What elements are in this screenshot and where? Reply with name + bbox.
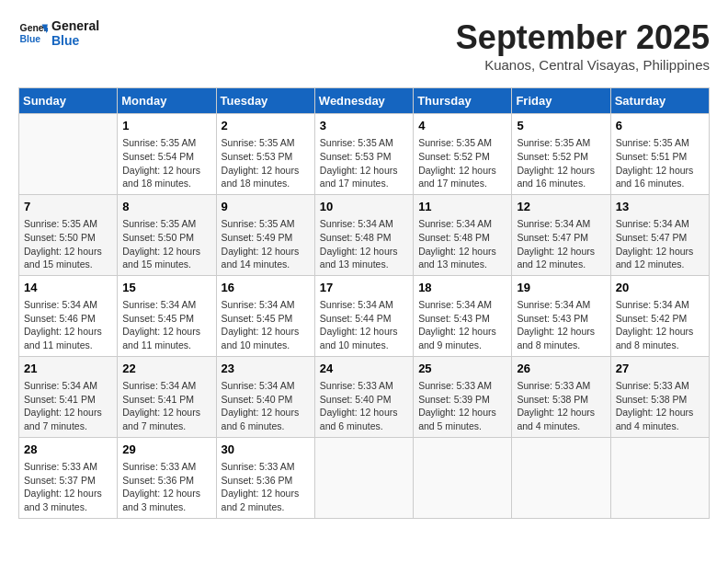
calendar-cell: 30Sunrise: 5:33 AMSunset: 5:36 PMDayligh… [216, 437, 314, 518]
day-number: 13 [616, 199, 704, 215]
cell-info: Sunrise: 5:33 AMSunset: 5:37 PMDaylight:… [24, 460, 112, 514]
day-number: 21 [24, 361, 112, 377]
day-number: 26 [517, 361, 605, 377]
cell-info: Sunrise: 5:33 AMSunset: 5:38 PMDaylight:… [517, 379, 605, 433]
calendar-cell: 6Sunrise: 5:35 AMSunset: 5:51 PMDaylight… [610, 114, 709, 195]
calendar-cell: 29Sunrise: 5:33 AMSunset: 5:36 PMDayligh… [118, 437, 216, 518]
day-number: 28 [24, 442, 112, 458]
calendar-header-cell: Monday [118, 88, 216, 114]
day-number: 18 [418, 280, 506, 296]
svg-text:Blue: Blue [20, 34, 41, 44]
calendar-header-row: SundayMondayTuesdayWednesdayThursdayFrid… [19, 88, 710, 114]
calendar-cell [19, 114, 118, 195]
cell-info: Sunrise: 5:34 AMSunset: 5:43 PMDaylight:… [418, 298, 506, 352]
day-number: 15 [122, 280, 210, 296]
day-number: 30 [222, 442, 310, 458]
cell-info: Sunrise: 5:34 AMSunset: 5:48 PMDaylight:… [418, 217, 506, 271]
day-number: 22 [122, 361, 210, 377]
day-number: 17 [320, 280, 408, 296]
cell-info: Sunrise: 5:33 AMSunset: 5:40 PMDaylight:… [320, 379, 408, 433]
day-number: 6 [616, 118, 704, 134]
logo: General Blue General Blue [18, 18, 99, 48]
day-number: 12 [517, 199, 605, 215]
page-header: General Blue General Blue September 2025… [18, 18, 710, 73]
calendar-header-cell: Sunday [19, 88, 118, 114]
calendar-cell: 2Sunrise: 5:35 AMSunset: 5:53 PMDaylight… [216, 114, 314, 195]
day-number: 2 [222, 118, 310, 134]
cell-info: Sunrise: 5:33 AMSunset: 5:39 PMDaylight:… [418, 379, 506, 433]
calendar-header-cell: Thursday [414, 88, 512, 114]
calendar-cell: 14Sunrise: 5:34 AMSunset: 5:46 PMDayligh… [19, 275, 118, 356]
cell-info: Sunrise: 5:34 AMSunset: 5:46 PMDaylight:… [24, 298, 112, 352]
day-number: 24 [320, 361, 408, 377]
cell-info: Sunrise: 5:33 AMSunset: 5:38 PMDaylight:… [616, 379, 704, 433]
calendar-cell: 9Sunrise: 5:35 AMSunset: 5:49 PMDaylight… [216, 194, 314, 275]
day-number: 23 [222, 361, 310, 377]
cell-info: Sunrise: 5:34 AMSunset: 5:41 PMDaylight:… [122, 379, 210, 433]
calendar-header-cell: Wednesday [314, 88, 413, 114]
day-number: 11 [418, 199, 506, 215]
calendar-cell: 27Sunrise: 5:33 AMSunset: 5:38 PMDayligh… [610, 356, 709, 437]
calendar-cell: 23Sunrise: 5:34 AMSunset: 5:40 PMDayligh… [216, 356, 314, 437]
cell-info: Sunrise: 5:35 AMSunset: 5:49 PMDaylight:… [222, 217, 310, 271]
calendar-week-row: 1Sunrise: 5:35 AMSunset: 5:54 PMDaylight… [19, 114, 710, 195]
cell-info: Sunrise: 5:35 AMSunset: 5:53 PMDaylight:… [320, 136, 408, 190]
calendar-cell: 3Sunrise: 5:35 AMSunset: 5:53 PMDaylight… [314, 114, 413, 195]
calendar-cell: 8Sunrise: 5:35 AMSunset: 5:50 PMDaylight… [118, 194, 216, 275]
calendar-cell: 7Sunrise: 5:35 AMSunset: 5:50 PMDaylight… [19, 194, 118, 275]
cell-info: Sunrise: 5:34 AMSunset: 5:40 PMDaylight:… [222, 379, 310, 433]
calendar-cell: 4Sunrise: 5:35 AMSunset: 5:52 PMDaylight… [414, 114, 512, 195]
day-number: 16 [222, 280, 310, 296]
day-number: 10 [320, 199, 408, 215]
day-number: 5 [517, 118, 605, 134]
calendar-header-cell: Tuesday [216, 88, 314, 114]
calendar-cell: 20Sunrise: 5:34 AMSunset: 5:42 PMDayligh… [610, 275, 709, 356]
calendar-week-row: 28Sunrise: 5:33 AMSunset: 5:37 PMDayligh… [19, 437, 710, 518]
cell-info: Sunrise: 5:35 AMSunset: 5:50 PMDaylight:… [122, 217, 210, 271]
logo-line2: Blue [51, 33, 99, 48]
cell-info: Sunrise: 5:35 AMSunset: 5:54 PMDaylight:… [122, 136, 210, 190]
calendar-cell: 17Sunrise: 5:34 AMSunset: 5:44 PMDayligh… [314, 275, 413, 356]
calendar-cell: 24Sunrise: 5:33 AMSunset: 5:40 PMDayligh… [314, 356, 413, 437]
day-number: 8 [122, 199, 210, 215]
calendar-table: SundayMondayTuesdayWednesdayThursdayFrid… [18, 87, 710, 519]
calendar-cell: 21Sunrise: 5:34 AMSunset: 5:41 PMDayligh… [19, 356, 118, 437]
calendar-cell: 11Sunrise: 5:34 AMSunset: 5:48 PMDayligh… [414, 194, 512, 275]
calendar-cell [314, 437, 413, 518]
calendar-cell: 10Sunrise: 5:34 AMSunset: 5:48 PMDayligh… [314, 194, 413, 275]
calendar-cell: 5Sunrise: 5:35 AMSunset: 5:52 PMDaylight… [512, 114, 610, 195]
calendar-cell: 25Sunrise: 5:33 AMSunset: 5:39 PMDayligh… [414, 356, 512, 437]
logo-icon: General Blue [18, 18, 48, 48]
title-block: September 2025 Kuanos, Central Visayas, … [456, 18, 710, 73]
cell-info: Sunrise: 5:34 AMSunset: 5:47 PMDaylight:… [616, 217, 704, 271]
day-number: 1 [122, 118, 210, 134]
cell-info: Sunrise: 5:34 AMSunset: 5:43 PMDaylight:… [517, 298, 605, 352]
calendar-cell [512, 437, 610, 518]
cell-info: Sunrise: 5:35 AMSunset: 5:52 PMDaylight:… [517, 136, 605, 190]
cell-info: Sunrise: 5:35 AMSunset: 5:51 PMDaylight:… [616, 136, 704, 190]
cell-info: Sunrise: 5:34 AMSunset: 5:47 PMDaylight:… [517, 217, 605, 271]
cell-info: Sunrise: 5:35 AMSunset: 5:53 PMDaylight:… [222, 136, 310, 190]
calendar-cell: 28Sunrise: 5:33 AMSunset: 5:37 PMDayligh… [19, 437, 118, 518]
cell-info: Sunrise: 5:34 AMSunset: 5:41 PMDaylight:… [24, 379, 112, 433]
day-number: 4 [418, 118, 506, 134]
calendar-week-row: 7Sunrise: 5:35 AMSunset: 5:50 PMDaylight… [19, 194, 710, 275]
day-number: 20 [616, 280, 704, 296]
cell-info: Sunrise: 5:34 AMSunset: 5:42 PMDaylight:… [616, 298, 704, 352]
calendar-body: 1Sunrise: 5:35 AMSunset: 5:54 PMDaylight… [19, 114, 710, 519]
calendar-cell: 15Sunrise: 5:34 AMSunset: 5:45 PMDayligh… [118, 275, 216, 356]
location: Kuanos, Central Visayas, Philippines [456, 57, 710, 73]
day-number: 7 [24, 199, 112, 215]
calendar-cell: 1Sunrise: 5:35 AMSunset: 5:54 PMDaylight… [118, 114, 216, 195]
calendar-cell: 18Sunrise: 5:34 AMSunset: 5:43 PMDayligh… [414, 275, 512, 356]
calendar-cell: 13Sunrise: 5:34 AMSunset: 5:47 PMDayligh… [610, 194, 709, 275]
calendar-cell: 16Sunrise: 5:34 AMSunset: 5:45 PMDayligh… [216, 275, 314, 356]
calendar-week-row: 14Sunrise: 5:34 AMSunset: 5:46 PMDayligh… [19, 275, 710, 356]
calendar-cell: 12Sunrise: 5:34 AMSunset: 5:47 PMDayligh… [512, 194, 610, 275]
cell-info: Sunrise: 5:34 AMSunset: 5:45 PMDaylight:… [122, 298, 210, 352]
cell-info: Sunrise: 5:35 AMSunset: 5:52 PMDaylight:… [418, 136, 506, 190]
day-number: 3 [320, 118, 408, 134]
cell-info: Sunrise: 5:33 AMSunset: 5:36 PMDaylight:… [122, 460, 210, 514]
calendar-header-cell: Saturday [610, 88, 709, 114]
cell-info: Sunrise: 5:34 AMSunset: 5:48 PMDaylight:… [320, 217, 408, 271]
